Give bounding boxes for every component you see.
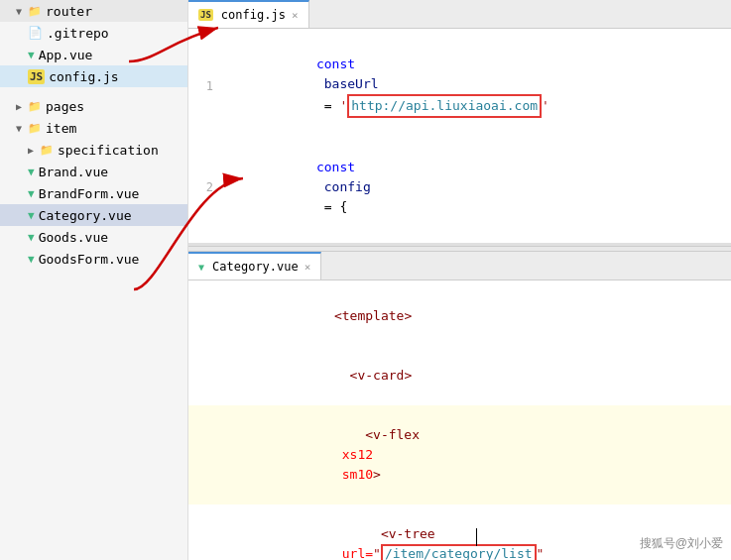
line-number: 2 xyxy=(188,177,223,197)
file-icon: 📄 xyxy=(28,26,43,40)
tab-configjs[interactable]: JS config.js × xyxy=(188,0,309,28)
sidebar-item-brandvue[interactable]: ▼ Brand.vue xyxy=(0,161,187,182)
sidebar-item-label: BrandForm.vue xyxy=(39,186,140,201)
vue-icon: ▼ xyxy=(28,49,35,61)
code-line-2: 2 const config = { xyxy=(188,138,731,237)
vue-icon: ▼ xyxy=(28,166,35,178)
js-icon: JS xyxy=(28,69,45,84)
tab-close-icon[interactable]: × xyxy=(305,261,311,274)
sidebar-item-label: App.vue xyxy=(39,48,93,62)
js-tab-icon: JS xyxy=(198,9,213,21)
tab-bar-bottom: ▼ Category.vue × xyxy=(188,252,731,280)
code-line-t1: <template> xyxy=(188,286,731,346)
editor-area: JS config.js × 1 const baseUrl = 'http:/… xyxy=(188,0,731,560)
folder-arrow: ▼ xyxy=(16,123,26,134)
code-editor-bottom: <template> <v-card> <v-fle xyxy=(188,280,731,560)
sidebar-item-label: Brand.vue xyxy=(39,165,108,179)
line-number: 1 xyxy=(188,76,223,96)
tab-bar-top: JS config.js × xyxy=(188,0,731,29)
editor-panel-bottom: ▼ Category.vue × <template> xyxy=(188,252,731,560)
sidebar-item-label: router xyxy=(46,4,92,19)
sidebar-item-categoryvue[interactable]: ▼ Category.vue xyxy=(0,204,187,226)
sidebar-item-label: .gitrepo xyxy=(47,26,109,41)
sidebar-item-label: Category.vue xyxy=(39,208,132,223)
folder-icon: 📁 xyxy=(28,5,42,18)
folder-arrow: ▶ xyxy=(28,145,38,156)
sidebar-item-label: specification xyxy=(58,143,159,158)
tab-categoryvue[interactable]: ▼ Category.vue × xyxy=(188,252,321,280)
sidebar-item-label: config.js xyxy=(49,69,118,84)
editor-panel-top: JS config.js × 1 const baseUrl = 'http:/… xyxy=(188,0,731,246)
code-editor-top: 1 const baseUrl = 'http://api.liuxiaoai.… xyxy=(188,29,731,243)
sidebar-item-label: Goods.vue xyxy=(39,230,108,245)
sidebar-item-configjs[interactable]: JS config.js xyxy=(0,65,187,87)
sidebar-item-specification[interactable]: ▶ 📁 specification xyxy=(0,139,187,161)
sidebar-item-router[interactable]: ▼ 📁 router xyxy=(0,0,187,22)
tab-label: config.js xyxy=(221,8,286,22)
folder-icon: 📁 xyxy=(28,100,42,113)
line-content: const baseUrl = 'http://api.liuxiaoai.co… xyxy=(223,35,731,138)
sidebar-item-label: pages xyxy=(46,99,84,114)
vue-icon: ▼ xyxy=(28,253,35,266)
folder-icon: 📁 xyxy=(40,144,54,157)
line-content: <template> xyxy=(241,286,731,346)
sidebar-item-pages[interactable]: ▶ 📁 pages xyxy=(0,95,187,117)
watermark: 搜狐号@刘小爱 xyxy=(640,535,723,552)
sidebar-item-brandformvue[interactable]: ▼ BrandForm.vue xyxy=(0,182,187,204)
watermark-text: 搜狐号@刘小爱 xyxy=(640,536,723,550)
sidebar-item-goodsformvue[interactable]: ▼ GoodsForm.vue xyxy=(0,248,187,270)
line-content: <v-card> xyxy=(241,346,731,405)
sidebar-item-appvue[interactable]: ▼ App.vue xyxy=(0,44,187,65)
sidebar-item-label: GoodsForm.vue xyxy=(39,252,140,267)
line-content: <v-flex xs12 sm10> xyxy=(241,405,731,504)
text-cursor xyxy=(476,528,477,546)
sidebar-item-gitrepo[interactable]: 📄 .gitrepo xyxy=(0,22,187,44)
sidebar-item-goodsvue[interactable]: ▼ Goods.vue xyxy=(0,226,187,248)
sidebar: ▼ 📁 router 📄 .gitrepo ▼ App.vue JS confi… xyxy=(0,0,188,560)
code-line-t3: <v-flex xs12 sm10> xyxy=(188,405,731,504)
vue-tab-icon: ▼ xyxy=(198,262,204,273)
tab-close-icon[interactable]: × xyxy=(292,9,299,22)
vue-icon: ▼ xyxy=(28,231,35,244)
vue-icon: ▼ xyxy=(28,187,35,200)
vue-icon: ▼ xyxy=(28,209,35,222)
folder-arrow: ▶ xyxy=(16,101,26,112)
code-line-1: 1 const baseUrl = 'http://api.liuxiaoai.… xyxy=(188,35,731,138)
folder-arrow: ▼ xyxy=(16,6,26,17)
code-line-t2: <v-card> xyxy=(188,346,731,405)
folder-icon: 📁 xyxy=(28,122,42,135)
line-content: const config = { xyxy=(223,138,731,237)
sidebar-item-item[interactable]: ▼ 📁 item xyxy=(0,117,187,139)
sidebar-item-label: item xyxy=(46,121,76,136)
tab-label: Category.vue xyxy=(212,260,299,274)
